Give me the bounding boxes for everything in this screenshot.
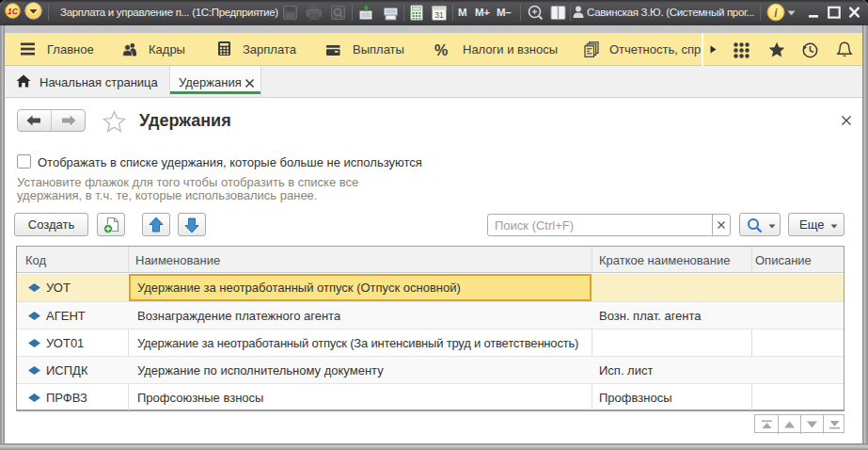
svg-text:1С: 1С [8,7,19,16]
svg-text:31: 31 [434,10,444,20]
